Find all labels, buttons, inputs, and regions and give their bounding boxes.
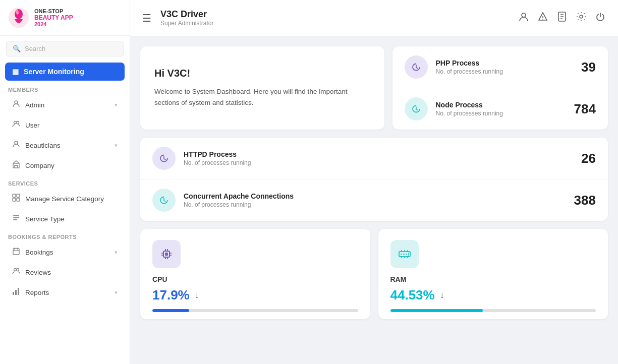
metric-cards-row: CPU 17.9% ↓ xyxy=(140,229,608,319)
svg-rect-36 xyxy=(401,254,402,255)
ram-arrow-icon: ↓ xyxy=(440,290,444,300)
httpd-process-desc: No. of processes running xyxy=(184,159,573,166)
header: ☰ V3C Driver Super Administrator xyxy=(130,0,618,36)
bookings-chevron: ▾ xyxy=(115,249,118,256)
welcome-greeting: Hi V3C! xyxy=(154,68,370,79)
svg-rect-20 xyxy=(18,288,19,295)
apache-process-info: Concurrent Apache Connections No. of pro… xyxy=(184,192,566,208)
logo-text: ONE-STOP BEAUTY APP 2024 xyxy=(34,8,73,27)
ram-value-row: 44.53% ↓ xyxy=(390,287,596,303)
main-area: ☰ V3C Driver Super Administrator xyxy=(130,0,618,364)
svg-point-6 xyxy=(15,141,18,144)
reports-chevron: ▾ xyxy=(115,289,118,296)
svg-rect-15 xyxy=(13,249,19,255)
server-monitoring-label: Server Monitoring xyxy=(24,68,84,76)
welcome-card: Hi V3C! Welcome to System Dashboard. Her… xyxy=(140,46,384,130)
manage-service-category-label: Manage Service Category xyxy=(25,195,104,203)
ram-bar-wrap xyxy=(390,309,596,312)
sidebar-item-user[interactable]: User xyxy=(4,115,126,135)
cpu-label: CPU xyxy=(152,275,358,283)
header-icons xyxy=(518,11,606,25)
server-monitoring-icon: ▦ xyxy=(12,68,19,76)
httpd-icon-wrap xyxy=(152,147,176,170)
php-process-count: 39 xyxy=(581,59,596,75)
settings-icon[interactable] xyxy=(576,11,587,25)
cpu-bar-wrap xyxy=(152,309,358,312)
cpu-bar xyxy=(152,309,189,312)
logo-icon xyxy=(8,7,29,28)
admin-chevron: ▾ xyxy=(115,102,118,108)
httpd-process-info: HTTPD Process No. of processes running xyxy=(184,150,573,166)
search-icon: 🔍 xyxy=(13,45,21,52)
power-icon[interactable] xyxy=(595,11,606,25)
header-title-block: V3C Driver Super Administrator xyxy=(160,9,512,27)
search-bar[interactable]: 🔍 Search xyxy=(6,41,124,56)
sidebar-item-beauticians[interactable]: Beauticians ▾ xyxy=(4,136,126,155)
cpu-value-row: 17.9% ↓ xyxy=(152,287,358,303)
svg-rect-37 xyxy=(403,254,405,255)
sidebar-item-reviews[interactable]: Reviews xyxy=(4,263,126,282)
php-process-desc: No. of processes running xyxy=(436,68,574,75)
cpu-icon-wrap xyxy=(152,240,181,268)
svg-rect-18 xyxy=(13,292,14,295)
services-section-label: SERVICES xyxy=(0,175,130,189)
sidebar-item-service-type[interactable]: Service Type xyxy=(4,209,126,228)
reviews-icon xyxy=(12,267,20,277)
httpd-process-count: 26 xyxy=(581,151,596,166)
sidebar-item-bookings[interactable]: Bookings ▾ xyxy=(4,242,126,262)
manage-service-category-icon xyxy=(12,194,20,204)
svg-rect-14 xyxy=(13,219,17,220)
ram-icon-wrap xyxy=(390,240,419,268)
ram-bar xyxy=(390,309,483,312)
nav-item-server-monitoring[interactable]: ▦ Server Monitoring xyxy=(5,63,125,81)
user-profile-icon[interactable] xyxy=(518,11,529,25)
logo-top-label: ONE-STOP xyxy=(34,8,73,14)
bookings-label: Bookings xyxy=(25,249,53,256)
beauticians-icon xyxy=(12,140,20,150)
service-type-label: Service Type xyxy=(25,215,65,223)
user-label: User xyxy=(25,122,40,129)
svg-rect-38 xyxy=(406,254,407,255)
sidebar-item-admin[interactable]: Admin ▾ xyxy=(4,95,126,114)
welcome-message: Welcome to System Dashboard. Here you wi… xyxy=(154,86,370,108)
svg-rect-11 xyxy=(17,198,20,201)
logo-area: ONE-STOP BEAUTY APP 2024 xyxy=(0,0,130,36)
php-process-item: PHP Process No. of processes running 39 xyxy=(392,46,608,88)
svg-point-3 xyxy=(15,101,18,104)
reports-label: Reports xyxy=(25,289,49,296)
alert-icon[interactable] xyxy=(537,11,548,25)
header-subtitle: Super Administrator xyxy=(160,20,512,27)
dashboard-content: Hi V3C! Welcome to System Dashboard. Her… xyxy=(130,36,618,364)
logo-brand-label: BEAUTY APP xyxy=(34,14,73,21)
apache-process-item: Concurrent Apache Connections No. of pro… xyxy=(140,179,608,221)
document-icon[interactable] xyxy=(556,11,568,25)
sidebar: ONE-STOP BEAUTY APP 2024 🔍 Search ▦ Serv… xyxy=(0,0,130,364)
bookings-reports-section-label: BOOKINGS & REPORTS xyxy=(0,229,130,242)
sidebar-item-manage-service-category[interactable]: Manage Service Category xyxy=(4,189,126,208)
menu-toggle-button[interactable]: ☰ xyxy=(142,12,151,24)
node-process-count: 784 xyxy=(574,101,596,117)
user-icon xyxy=(12,120,20,130)
service-type-icon xyxy=(12,214,20,224)
svg-rect-26 xyxy=(165,253,168,256)
node-process-item: Node Process No. of processes running 78… xyxy=(392,88,608,130)
node-icon-wrap xyxy=(405,97,428,120)
svg-point-22 xyxy=(542,19,543,20)
apache-process-name: Concurrent Apache Connections xyxy=(184,192,566,200)
ram-metric-card: RAM 44.53% ↓ xyxy=(378,229,608,319)
node-process-desc: No. of processes running xyxy=(436,110,566,117)
svg-rect-10 xyxy=(13,198,16,201)
httpd-apache-card: HTTPD Process No. of processes running 2… xyxy=(140,138,608,221)
svg-rect-8 xyxy=(13,194,16,197)
top-cards-row: Hi V3C! Welcome to System Dashboard. Her… xyxy=(140,46,608,130)
beauticians-label: Beauticians xyxy=(25,142,61,149)
svg-rect-13 xyxy=(13,217,19,218)
sidebar-item-company[interactable]: Company xyxy=(4,156,126,175)
admin-icon xyxy=(12,100,20,110)
sidebar-item-reports[interactable]: Reports ▾ xyxy=(4,283,126,302)
bookings-icon xyxy=(12,247,20,257)
ram-value: 44.53% xyxy=(390,287,435,303)
svg-rect-19 xyxy=(15,290,17,295)
svg-point-17 xyxy=(17,269,19,271)
svg-rect-39 xyxy=(408,253,409,256)
